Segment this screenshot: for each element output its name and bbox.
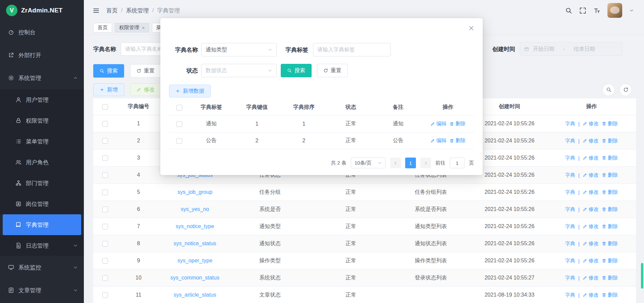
delete-link[interactable]: 删除 xyxy=(602,206,618,213)
status-select[interactable]: 数据状态 xyxy=(201,64,277,77)
edit-button[interactable]: 修改 xyxy=(130,83,161,96)
dict-label-input[interactable] xyxy=(313,43,391,56)
sidebar-item-user-management[interactable]: 用户管理 xyxy=(0,89,84,110)
sidebar-item-log-management[interactable]: 日志管理 xyxy=(0,235,84,256)
dict-link[interactable]: 字典 xyxy=(565,138,575,144)
dict-type-link[interactable]: sys_common_status xyxy=(170,275,219,280)
delete-link[interactable]: 删除 xyxy=(602,189,618,196)
edit-link[interactable]: 修改 xyxy=(583,206,599,213)
row-checkbox[interactable] xyxy=(176,138,182,144)
avatar[interactable] xyxy=(607,3,622,18)
column-search-button[interactable] xyxy=(602,84,615,96)
dict-link[interactable]: 字典 xyxy=(565,121,575,127)
row-checkbox[interactable] xyxy=(102,224,108,229)
refresh-table-button[interactable] xyxy=(620,84,632,96)
delete-link[interactable]: 删除 xyxy=(602,172,618,178)
edit-link[interactable]: 修改 xyxy=(583,275,599,281)
date-range-picker[interactable]: 开始日期 - 结束日期 xyxy=(520,42,623,56)
delete-link[interactable]: 删除 xyxy=(449,121,466,127)
dict-link[interactable]: 字典 xyxy=(565,155,575,161)
edit-link[interactable]: 编辑 xyxy=(430,121,446,127)
page-size-select[interactable]: 10条/页 xyxy=(351,158,386,168)
search-button[interactable]: 搜索 xyxy=(93,64,124,78)
edit-link[interactable]: 修改 xyxy=(583,172,599,178)
select-all-checkbox[interactable] xyxy=(176,105,182,111)
delete-link[interactable]: 删除 xyxy=(602,223,618,230)
edit-link[interactable]: 修改 xyxy=(583,258,599,264)
edit-link[interactable]: 编辑 xyxy=(430,137,446,144)
select-all-checkbox[interactable] xyxy=(102,104,108,110)
dict-type-link[interactable]: sys_notice_type xyxy=(176,223,214,229)
delete-link[interactable]: 删除 xyxy=(602,275,618,281)
row-checkbox[interactable] xyxy=(102,292,108,298)
hamburger-icon[interactable] xyxy=(93,7,100,14)
dict-name-select[interactable]: 通知类型 xyxy=(201,43,277,56)
modal-reset-button[interactable]: 重置 xyxy=(317,64,348,77)
row-checkbox[interactable] xyxy=(102,155,108,161)
dict-link[interactable]: 字典 xyxy=(565,206,575,213)
add-button[interactable]: 新增 xyxy=(93,83,124,96)
delete-link[interactable]: 删除 xyxy=(602,121,618,127)
row-checkbox[interactable] xyxy=(102,138,108,144)
delete-link[interactable]: 删除 xyxy=(602,241,618,247)
dict-type-link[interactable]: sys_oper_type xyxy=(177,258,212,263)
delete-link[interactable]: 删除 xyxy=(602,258,618,264)
row-checkbox[interactable] xyxy=(102,121,108,127)
dict-type-link[interactable]: sys_article_status xyxy=(173,292,216,298)
edit-link[interactable]: 修改 xyxy=(583,241,599,247)
sidebar-item-post-management[interactable]: 岗位管理 xyxy=(0,193,84,214)
dict-link[interactable]: 字典 xyxy=(565,241,575,247)
row-checkbox[interactable] xyxy=(102,207,108,212)
row-checkbox[interactable] xyxy=(102,172,108,178)
breadcrumb-item[interactable]: 系统管理 xyxy=(126,7,149,14)
sidebar-item-system-monitor[interactable]: 系统监控 xyxy=(0,256,84,279)
dict-link[interactable]: 字典 xyxy=(565,189,575,196)
dict-link[interactable]: 字典 xyxy=(565,223,575,230)
dict-link[interactable]: 字典 xyxy=(565,172,575,178)
sidebar-item-department-management[interactable]: 部门管理 xyxy=(0,173,84,193)
row-checkbox[interactable] xyxy=(102,241,108,247)
add-data-button[interactable]: 新增数据 xyxy=(169,85,211,97)
dict-link[interactable]: 字典 xyxy=(565,258,575,264)
dict-type-link[interactable]: sys_yes_no xyxy=(181,206,209,212)
search-icon[interactable] xyxy=(565,7,572,14)
sidebar-item-user-role[interactable]: 用户角色 xyxy=(0,152,84,173)
delete-link[interactable]: 删除 xyxy=(602,155,618,161)
app-logo[interactable]: V ZrAdmin.NET xyxy=(0,0,84,21)
tab-permission[interactable]: 权限管理× xyxy=(115,23,149,33)
sidebar-item-system-management[interactable]: 系统管理 xyxy=(0,67,84,89)
edit-link[interactable]: 修改 xyxy=(583,155,599,161)
edit-link[interactable]: 修改 xyxy=(583,223,599,230)
page-number-button[interactable]: 1 xyxy=(405,158,416,168)
sidebar-item-article-management[interactable]: 文章管理 xyxy=(0,279,84,302)
scrollbar-thumb[interactable] xyxy=(641,263,643,289)
edit-link[interactable]: 修改 xyxy=(583,189,599,196)
fullscreen-icon[interactable] xyxy=(579,7,586,14)
sidebar-item-dict-management[interactable]: 字典管理 xyxy=(3,214,81,235)
dict-link[interactable]: 字典 xyxy=(565,292,575,298)
dict-type-link[interactable]: sys_notice_status xyxy=(173,241,216,246)
edit-link[interactable]: 修改 xyxy=(583,138,599,144)
close-icon[interactable] xyxy=(468,25,475,32)
sidebar-item-external-open[interactable]: 外部打开 xyxy=(0,44,84,67)
sidebar-item-permission-management[interactable]: 权限管理 xyxy=(0,110,84,131)
next-page-button[interactable] xyxy=(420,158,431,168)
chevron-down-icon[interactable] xyxy=(629,8,634,13)
tab-close-icon[interactable]: × xyxy=(142,25,145,30)
sidebar-item-menu-management[interactable]: 菜单管理 xyxy=(0,131,84,152)
dict-link[interactable]: 字典 xyxy=(565,275,575,281)
dict-type-link[interactable]: sys_job_group xyxy=(177,189,212,195)
goto-page-input[interactable] xyxy=(450,158,465,168)
modal-search-button[interactable]: 搜索 xyxy=(281,64,312,77)
breadcrumb-item[interactable]: 字典管理 xyxy=(157,7,180,14)
row-checkbox[interactable] xyxy=(176,121,182,127)
row-checkbox[interactable] xyxy=(102,258,108,264)
tab-home[interactable]: 首页 xyxy=(93,23,112,33)
prev-page-button[interactable] xyxy=(390,158,401,168)
sidebar-item-dashboard[interactable]: 控制台 xyxy=(0,21,84,44)
font-size-icon[interactable] xyxy=(593,7,600,14)
breadcrumb-item[interactable]: 首页 xyxy=(106,7,118,14)
reset-button[interactable]: 重置 xyxy=(130,64,161,78)
edit-link[interactable]: 修改 xyxy=(583,121,599,127)
row-checkbox[interactable] xyxy=(102,189,108,195)
